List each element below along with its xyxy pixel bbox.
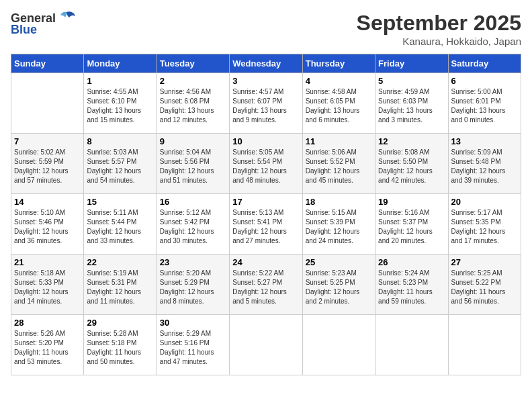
page-header: General Blue September 2025 Kanaura, Hok… (11, 11, 521, 47)
day-number: 1 (87, 76, 153, 86)
cell-info: Sunrise: 5:13 AM Sunset: 5:41 PM Dayligh… (232, 208, 299, 246)
calendar-cell: 22Sunrise: 5:19 AM Sunset: 5:31 PM Dayli… (84, 255, 157, 315)
calendar-cell: 18Sunrise: 5:15 AM Sunset: 5:39 PM Dayli… (302, 194, 375, 255)
cell-info: Sunrise: 4:58 AM Sunset: 6:05 PM Dayligh… (306, 87, 372, 125)
day-number: 10 (232, 136, 299, 146)
day-number: 15 (87, 197, 153, 207)
cell-info: Sunrise: 5:23 AM Sunset: 5:25 PM Dayligh… (306, 269, 372, 306)
calendar-cell: 8Sunrise: 5:03 AM Sunset: 5:57 PM Daylig… (84, 134, 157, 194)
cell-info: Sunrise: 5:24 AM Sunset: 5:23 PM Dayligh… (378, 269, 445, 306)
calendar-cell: 4Sunrise: 4:58 AM Sunset: 6:05 PM Daylig… (302, 73, 375, 134)
calendar-day-header: Saturday (448, 54, 521, 73)
calendar-week-row: 7Sunrise: 5:02 AM Sunset: 5:59 PM Daylig… (11, 134, 521, 194)
calendar-cell: 30Sunrise: 5:29 AM Sunset: 5:16 PM Dayli… (157, 315, 229, 375)
cell-info: Sunrise: 5:29 AM Sunset: 5:16 PM Dayligh… (160, 329, 226, 367)
calendar-week-row: 28Sunrise: 5:26 AM Sunset: 5:20 PM Dayli… (11, 315, 521, 375)
day-number: 28 (14, 318, 81, 328)
day-number: 9 (160, 136, 226, 146)
cell-info: Sunrise: 5:09 AM Sunset: 5:48 PM Dayligh… (451, 148, 518, 185)
cell-info: Sunrise: 4:55 AM Sunset: 6:10 PM Dayligh… (87, 87, 153, 125)
day-number: 16 (160, 197, 226, 207)
cell-info: Sunrise: 5:16 AM Sunset: 5:37 PM Dayligh… (378, 208, 445, 246)
cell-info: Sunrise: 4:56 AM Sunset: 6:08 PM Dayligh… (160, 87, 226, 125)
cell-info: Sunrise: 5:11 AM Sunset: 5:44 PM Dayligh… (87, 208, 153, 246)
calendar-cell: 17Sunrise: 5:13 AM Sunset: 5:41 PM Dayli… (230, 194, 302, 255)
logo-bird-icon (57, 11, 76, 26)
cell-info: Sunrise: 5:20 AM Sunset: 5:29 PM Dayligh… (160, 269, 226, 306)
cell-info: Sunrise: 5:02 AM Sunset: 5:59 PM Dayligh… (14, 148, 81, 185)
calendar-header-row: SundayMondayTuesdayWednesdayThursdayFrid… (11, 54, 521, 73)
day-number: 14 (14, 197, 81, 207)
calendar-cell: 28Sunrise: 5:26 AM Sunset: 5:20 PM Dayli… (11, 315, 84, 375)
calendar-day-header: Thursday (302, 54, 375, 73)
day-number: 25 (306, 257, 372, 267)
month-title: September 2025 (357, 11, 521, 36)
day-number: 27 (451, 257, 518, 267)
calendar-cell: 26Sunrise: 5:24 AM Sunset: 5:23 PM Dayli… (375, 255, 448, 315)
calendar-week-row: 1Sunrise: 4:55 AM Sunset: 6:10 PM Daylig… (11, 73, 521, 134)
day-number: 5 (378, 76, 445, 86)
calendar-day-header: Sunday (11, 54, 84, 73)
calendar-cell: 1Sunrise: 4:55 AM Sunset: 6:10 PM Daylig… (84, 73, 157, 134)
day-number: 30 (160, 318, 226, 328)
calendar-cell: 5Sunrise: 4:59 AM Sunset: 6:03 PM Daylig… (375, 73, 448, 134)
day-number: 2 (160, 76, 226, 86)
title-area: September 2025 Kanaura, Hokkaido, Japan (357, 11, 521, 47)
day-number: 13 (451, 136, 518, 146)
day-number: 19 (378, 197, 445, 207)
calendar-cell: 3Sunrise: 4:57 AM Sunset: 6:07 PM Daylig… (230, 73, 302, 134)
calendar-cell: 9Sunrise: 5:04 AM Sunset: 5:56 PM Daylig… (157, 134, 229, 194)
calendar-day-header: Friday (375, 54, 448, 73)
calendar-cell: 12Sunrise: 5:08 AM Sunset: 5:50 PM Dayli… (375, 134, 448, 194)
calendar-cell: 13Sunrise: 5:09 AM Sunset: 5:48 PM Dayli… (448, 134, 521, 194)
cell-info: Sunrise: 5:06 AM Sunset: 5:52 PM Dayligh… (306, 148, 372, 185)
day-number: 18 (306, 197, 372, 207)
calendar-cell: 24Sunrise: 5:22 AM Sunset: 5:27 PM Dayli… (230, 255, 302, 315)
calendar-cell: 7Sunrise: 5:02 AM Sunset: 5:59 PM Daylig… (11, 134, 84, 194)
cell-info: Sunrise: 5:26 AM Sunset: 5:20 PM Dayligh… (14, 329, 81, 367)
calendar-cell: 10Sunrise: 5:05 AM Sunset: 5:54 PM Dayli… (230, 134, 302, 194)
cell-info: Sunrise: 5:04 AM Sunset: 5:56 PM Dayligh… (160, 148, 226, 185)
calendar-week-row: 14Sunrise: 5:10 AM Sunset: 5:46 PM Dayli… (11, 194, 521, 255)
cell-info: Sunrise: 5:18 AM Sunset: 5:33 PM Dayligh… (14, 269, 81, 306)
cell-info: Sunrise: 5:03 AM Sunset: 5:57 PM Dayligh… (87, 148, 153, 185)
calendar-day-header: Wednesday (230, 54, 302, 73)
calendar-cell (375, 315, 448, 375)
cell-info: Sunrise: 5:00 AM Sunset: 6:01 PM Dayligh… (451, 87, 518, 125)
cell-info: Sunrise: 4:57 AM Sunset: 6:07 PM Dayligh… (232, 87, 299, 125)
calendar-cell: 20Sunrise: 5:17 AM Sunset: 5:35 PM Dayli… (448, 194, 521, 255)
calendar-cell: 25Sunrise: 5:23 AM Sunset: 5:25 PM Dayli… (302, 255, 375, 315)
calendar-cell: 6Sunrise: 5:00 AM Sunset: 6:01 PM Daylig… (448, 73, 521, 134)
calendar-cell (230, 315, 302, 375)
day-number: 4 (306, 76, 372, 86)
day-number: 26 (378, 257, 445, 267)
day-number: 29 (87, 318, 153, 328)
calendar-cell: 2Sunrise: 4:56 AM Sunset: 6:08 PM Daylig… (157, 73, 229, 134)
day-number: 6 (451, 76, 518, 86)
cell-info: Sunrise: 5:17 AM Sunset: 5:35 PM Dayligh… (451, 208, 518, 246)
cell-info: Sunrise: 5:25 AM Sunset: 5:22 PM Dayligh… (451, 269, 518, 306)
calendar-cell: 11Sunrise: 5:06 AM Sunset: 5:52 PM Dayli… (302, 134, 375, 194)
calendar-cell: 15Sunrise: 5:11 AM Sunset: 5:44 PM Dayli… (84, 194, 157, 255)
day-number: 12 (378, 136, 445, 146)
cell-info: Sunrise: 5:19 AM Sunset: 5:31 PM Dayligh… (87, 269, 153, 306)
cell-info: Sunrise: 5:10 AM Sunset: 5:46 PM Dayligh… (14, 208, 81, 246)
calendar-table: SundayMondayTuesdayWednesdayThursdayFrid… (11, 54, 521, 375)
day-number: 22 (87, 257, 153, 267)
day-number: 24 (232, 257, 299, 267)
calendar-cell (448, 315, 521, 375)
calendar-day-header: Monday (84, 54, 157, 73)
calendar-cell: 16Sunrise: 5:12 AM Sunset: 5:42 PM Dayli… (157, 194, 229, 255)
calendar-cell: 23Sunrise: 5:20 AM Sunset: 5:29 PM Dayli… (157, 255, 229, 315)
calendar-cell: 19Sunrise: 5:16 AM Sunset: 5:37 PM Dayli… (375, 194, 448, 255)
day-number: 20 (451, 197, 518, 207)
cell-info: Sunrise: 5:12 AM Sunset: 5:42 PM Dayligh… (160, 208, 226, 246)
cell-info: Sunrise: 5:08 AM Sunset: 5:50 PM Dayligh… (378, 148, 445, 185)
day-number: 8 (87, 136, 153, 146)
calendar-cell: 27Sunrise: 5:25 AM Sunset: 5:22 PM Dayli… (448, 255, 521, 315)
cell-info: Sunrise: 5:15 AM Sunset: 5:39 PM Dayligh… (306, 208, 372, 246)
cell-info: Sunrise: 5:05 AM Sunset: 5:54 PM Dayligh… (232, 148, 299, 185)
cell-info: Sunrise: 5:22 AM Sunset: 5:27 PM Dayligh… (232, 269, 299, 306)
day-number: 7 (14, 136, 81, 146)
cell-info: Sunrise: 4:59 AM Sunset: 6:03 PM Dayligh… (378, 87, 445, 125)
